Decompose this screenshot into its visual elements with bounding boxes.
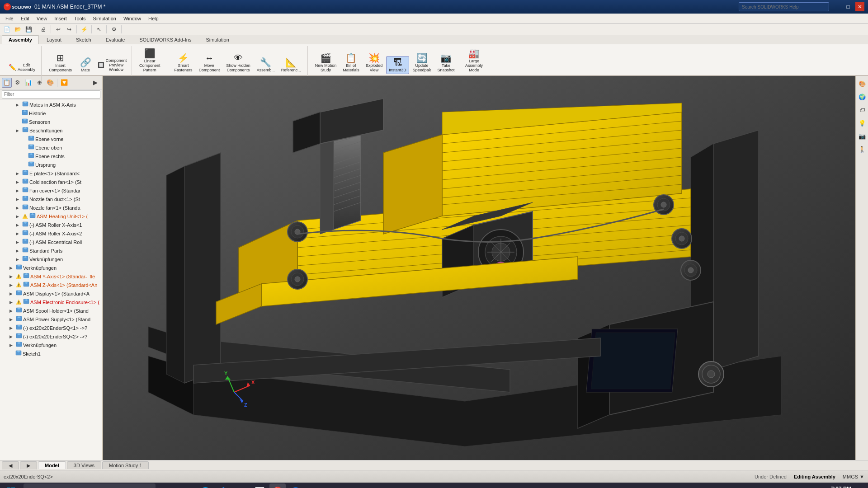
qa-options[interactable]: ⚙ (109, 24, 119, 34)
tree-item[interactable]: ▶⚠️ASM Y-Axis<1> (Standar-_fle (0, 272, 102, 281)
menu-item-help[interactable]: Help (145, 15, 162, 22)
tree-expand-arrow[interactable]: ▶ (14, 178, 21, 186)
qa-rebuild[interactable]: ⚡ (79, 24, 89, 34)
mate-button[interactable]: 🔗 Mate (75, 56, 95, 74)
lighting-rp-icon[interactable]: 💡 (856, 117, 868, 129)
edit-assembly-button[interactable]: ✏️ EditAssembly (6, 61, 38, 74)
tree-item[interactable]: Historie (0, 109, 102, 117)
ribbon-tab-solidworks-add-ins[interactable]: SOLIDWORKS Add-Ins (132, 35, 198, 44)
tree-item[interactable]: ▶Cold section fan<1> (St (0, 178, 102, 186)
bill-of-materials-button[interactable]: 📋 Bill ofMaterials (340, 52, 362, 74)
tree-item[interactable]: ▶(-) ASM Roller X-Axis<1 (0, 221, 102, 229)
tree-expand-arrow[interactable]: ▶ (14, 204, 21, 211)
instant3d-button[interactable]: 🏗 Instant3D (386, 56, 409, 74)
tree-item[interactable]: ▶ASM Power Supply<1> (Stand (0, 315, 102, 324)
taskbar-search-box[interactable]: 🔍 Type here to search 🎤 (24, 483, 156, 488)
tree-item[interactable]: ▶Fan cover<1> (Standar (0, 186, 102, 195)
qa-open[interactable]: 📂 (13, 24, 23, 34)
qa-new[interactable]: 📄 (2, 24, 12, 34)
tree-expand-arrow[interactable]: ▶ (14, 239, 21, 246)
tree-expand-arrow[interactable]: ▶ (14, 221, 21, 229)
tree-item[interactable]: ▶E plate<1> (Standard< (0, 169, 102, 178)
tree-expand-arrow[interactable]: ▶ (14, 213, 21, 220)
qa-undo[interactable]: ↩ (53, 24, 63, 34)
tree-item[interactable]: ▶(-) ASM Roller X-Axis<2 (0, 229, 102, 238)
nav-right-btn[interactable]: ▶ (20, 461, 37, 469)
tree-expand-arrow[interactable]: ▶ (7, 324, 14, 332)
exploded-view-button[interactable]: 💥 ExplodedView (363, 52, 386, 74)
tree-expand-arrow[interactable]: ▶ (7, 290, 14, 297)
minimize-button[interactable]: ─ (832, 2, 841, 11)
tree-expand-arrow[interactable]: ▶ (7, 282, 14, 289)
smart-fasteners-button[interactable]: ⚡ SmartFasteners (172, 52, 195, 74)
tree-expand-arrow[interactable]: ▶ (14, 256, 21, 263)
tree-item[interactable]: ▶(-) ext20x20EnderSQ<1> ->? (0, 324, 102, 332)
tree-expand-arrow[interactable]: ▶ (7, 342, 14, 349)
tree-item[interactable]: Ebene rechts (0, 152, 102, 160)
tree-expand-arrow[interactable]: ▶ (14, 127, 21, 134)
taskbar-clock[interactable]: 7:27 PM 5/17/2020 (829, 486, 851, 488)
menu-item-insert[interactable]: Insert (51, 15, 71, 22)
taskbar-edge[interactable]: 🔷 (215, 483, 231, 488)
tree-item[interactable]: ▶Verknüpfungen (0, 255, 102, 263)
tree-item[interactable]: Sketch1 (0, 349, 102, 358)
tree-item[interactable]: ▶Nozzle fan<1> (Standa (0, 203, 102, 212)
taskbar-app2[interactable]: 🔵 (288, 483, 304, 488)
tree-item[interactable]: ▶⚠️ASM Electronic Enclosure<1> ( (0, 298, 102, 306)
ribbon-tab-sketch[interactable]: Sketch (69, 35, 98, 44)
nav-left-btn[interactable]: ◀ (2, 461, 19, 469)
help-search-input[interactable] (739, 2, 829, 11)
tree-item[interactable]: ▶Nozzle fan duct<1> (St (0, 195, 102, 203)
qa-redo[interactable]: ↪ (64, 24, 74, 34)
menu-item-window[interactable]: Window (120, 15, 145, 22)
tree-item[interactable]: ▶⚠️ASM Heating Unit<1> ( (0, 212, 102, 221)
move-component-button[interactable]: ↔️ MoveComponent (196, 52, 223, 74)
tree-item[interactable]: ▶ASM Spool Holder<1> (Stand (0, 306, 102, 315)
ribbon-tab-layout[interactable]: Layout (40, 35, 68, 44)
tree-item[interactable]: ▶ASM Display<1> (Standard<A (0, 289, 102, 298)
tree-item[interactable]: Ebene oben (0, 143, 102, 152)
new-motion-study-button[interactable]: 🎬 New MotionStudy (312, 52, 340, 74)
taskbar-excel[interactable]: 📊 (251, 483, 268, 488)
qa-selection[interactable]: ↖ (94, 24, 104, 34)
tree-expand-arrow[interactable]: ▶ (7, 264, 14, 272)
menu-item-tools[interactable]: Tools (71, 15, 90, 22)
tree-item[interactable]: Ebene vorne (0, 135, 102, 143)
assembly-features-button[interactable]: 🔧 Assemb... (254, 56, 278, 74)
tree-item[interactable]: ▶⚠️ASM Z-Axis<1> (Standard<An (0, 281, 102, 289)
walk-through-rp-icon[interactable]: 🚶 (856, 143, 868, 155)
tree-item[interactable]: ▶Verknüpfungen (0, 263, 102, 272)
tree-item[interactable]: ▶Beschriftungen (0, 126, 102, 135)
restore-button[interactable]: □ (844, 2, 853, 11)
3d-viewport[interactable]: 🔍 🖱 ↔ ⬜ 📐 🔲 👁 🎨 ✂ ⚙ (103, 76, 868, 460)
start-button[interactable] (0, 483, 22, 488)
tree-expand-arrow[interactable]: ▶ (14, 187, 21, 194)
decals-rp-icon[interactable]: 🏷 (856, 104, 868, 116)
taskview-btn[interactable]: ⊟ (161, 483, 177, 488)
qa-save[interactable]: 💾 (24, 24, 33, 34)
view-tab-3d-views[interactable]: 3D Views (67, 461, 101, 469)
tree-expand-arrow[interactable]: ▶ (14, 170, 21, 177)
tree-expand-arrow[interactable]: ▶ (14, 247, 21, 254)
tree-expand-arrow[interactable]: ▶ (14, 196, 21, 203)
tree-item[interactable]: ▶Standard Parts (0, 246, 102, 255)
view-tab-model[interactable]: Model (38, 461, 66, 469)
tree-item[interactable]: Sensoren (0, 117, 102, 126)
scene-rp-icon[interactable]: 🌍 (856, 91, 868, 103)
tree-expand-arrow[interactable]: ▶ (7, 273, 14, 280)
menu-item-simulation[interactable]: Simulation (90, 15, 120, 22)
update-speedpak-button[interactable]: 🔄 UpdateSpeedpak (410, 52, 434, 74)
tree-item[interactable]: ▶Verknüpfungen (0, 341, 102, 349)
cameras-rp-icon[interactable]: 📷 (856, 130, 868, 142)
taskbar-chrome[interactable]: 🌐 (197, 483, 213, 488)
tree-item[interactable]: ▶(-) ASM Eccentrical Roll (0, 238, 102, 246)
appearance-rp-icon[interactable]: 🎨 (856, 78, 868, 89)
ribbon-tab-assembly[interactable]: Assembly (2, 35, 39, 44)
large-assembly-mode-button[interactable]: 🏭 Large AssemblyMode (458, 47, 490, 74)
tree-expand-arrow[interactable]: ▶ (7, 333, 14, 340)
menu-item-view[interactable]: View (33, 15, 51, 22)
ribbon-tab-simulation[interactable]: Simulation (199, 35, 236, 44)
tree-expand-arrow[interactable]: ▶ (7, 299, 14, 306)
reference-geometry-button[interactable]: 📐 Referenc... (278, 56, 304, 74)
insert-components-button[interactable]: ⊞ InsertComponents (46, 52, 75, 74)
